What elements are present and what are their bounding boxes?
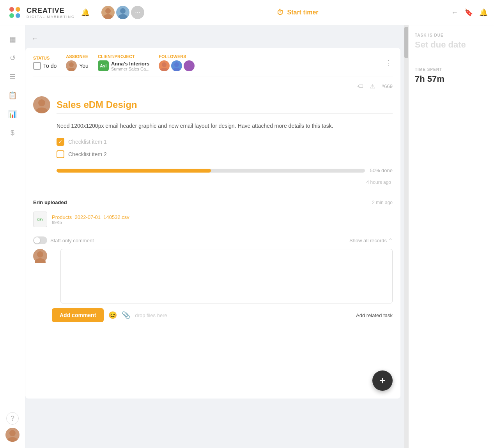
scrollbar-thumb[interactable] bbox=[404, 27, 408, 58]
bookmark-icon[interactable]: 🔖 bbox=[464, 8, 473, 17]
follower-avatar-1[interactable] bbox=[159, 60, 170, 71]
due-date-value[interactable]: Set due date bbox=[415, 40, 488, 50]
task-user-avatar bbox=[33, 96, 50, 113]
client-badge: AsI bbox=[98, 60, 109, 71]
sidebar-item-tasks[interactable]: 📋 bbox=[5, 88, 20, 103]
expand-icon: ⌃ bbox=[388, 238, 393, 243]
sidebar-item-analytics[interactable]: 📊 bbox=[5, 106, 20, 122]
client-field: Client/Project AsI Anna's Interiors Summ… bbox=[98, 54, 149, 71]
sidebar-item-boards[interactable]: ▦ bbox=[5, 32, 20, 47]
nav-avatar-more[interactable]: ··· bbox=[131, 6, 144, 19]
rs-divider bbox=[415, 61, 488, 61]
followers-avatars bbox=[159, 60, 195, 71]
progress-bar-fill bbox=[57, 169, 211, 173]
upload-section: Erin uploaded 2 min ago CSV Products_202… bbox=[33, 199, 393, 229]
nav-avatar-2[interactable] bbox=[116, 6, 129, 19]
followers-field: Followers bbox=[159, 54, 195, 71]
scrollbar[interactable] bbox=[404, 25, 408, 448]
nav-avatars: ··· bbox=[101, 6, 144, 19]
comment-arrow bbox=[52, 254, 56, 260]
emoji-button[interactable]: 😊 bbox=[108, 311, 117, 319]
checklist-checkbox-2[interactable] bbox=[57, 150, 64, 158]
follower-avatar-2[interactable] bbox=[171, 60, 182, 71]
file-item: CSV Products_2022-07-01_140532.csv 69Kb bbox=[33, 210, 393, 229]
app-subtitle: DIGITAL MARKETING bbox=[27, 15, 75, 19]
svg-point-15 bbox=[172, 68, 181, 71]
staff-only-toggle[interactable] bbox=[33, 236, 47, 244]
progress-label: 50% done bbox=[370, 168, 393, 173]
svg-point-20 bbox=[37, 251, 43, 258]
task-title: Sales eDM Design bbox=[57, 96, 393, 114]
client-name: Anna's Interiors bbox=[111, 61, 149, 67]
svg-point-9 bbox=[7, 437, 18, 442]
logo-icon bbox=[6, 4, 23, 21]
task-id: #669 bbox=[381, 83, 393, 89]
task-more-button[interactable]: ⋮ bbox=[385, 58, 393, 67]
checklist: ✓ Checklist item 1 Checklist item 2 bbox=[33, 138, 393, 158]
sidebar-user-avatar[interactable] bbox=[5, 428, 19, 442]
attach-button[interactable]: 📎 bbox=[122, 311, 130, 319]
svg-point-7 bbox=[118, 14, 127, 19]
main-content: ← Status To do Assignee bbox=[25, 25, 408, 448]
progress-section: 50% done bbox=[33, 168, 393, 173]
add-related-task-button[interactable]: Add related task bbox=[356, 312, 393, 318]
svg-point-11 bbox=[67, 68, 76, 71]
back-button[interactable]: ← bbox=[28, 32, 41, 45]
time-spent-value: 7h 57m bbox=[415, 74, 488, 84]
warning-icon[interactable]: ⚠ bbox=[370, 83, 375, 90]
sidebar-item-refresh[interactable]: ↺ bbox=[5, 50, 20, 66]
checklist-item-1: ✓ Checklist item 1 bbox=[57, 138, 393, 146]
nav-center: ⏱ Start timer bbox=[144, 9, 451, 17]
file-name[interactable]: Products_2022-07-01_140532.csv bbox=[52, 214, 129, 220]
follower-avatar-3[interactable] bbox=[184, 60, 195, 71]
assignee-avatar[interactable] bbox=[66, 60, 77, 71]
comment-actions: Add comment 😊 📎 drop files here Add rela… bbox=[33, 308, 393, 322]
activity-timestamp: 4 hours ago bbox=[33, 180, 393, 185]
nav-avatar-1[interactable] bbox=[101, 6, 115, 19]
timer-icon: ⏱ bbox=[277, 9, 284, 17]
checklist-label-1: Checklist item 1 bbox=[68, 139, 107, 145]
show-all-records-button[interactable]: Show all records ⌃ bbox=[349, 238, 393, 243]
staff-only-label: Staff-only comment bbox=[50, 238, 94, 243]
time-spent-section: TIME SPENT 7h 57m bbox=[415, 67, 488, 84]
fab-add-button[interactable]: + bbox=[372, 370, 393, 391]
due-date-label: TASK IS DUE bbox=[415, 33, 488, 37]
notification-bell-icon[interactable]: 🔔 bbox=[81, 8, 90, 17]
nav-bell-right-icon[interactable]: 🔔 bbox=[479, 8, 488, 17]
task-description: Need 1200x1200px email header graphic an… bbox=[33, 122, 393, 130]
arrow-left-icon[interactable]: ← bbox=[451, 9, 458, 17]
tag-icon[interactable]: 🏷 bbox=[357, 83, 363, 90]
sidebar-item-finance[interactable]: $ bbox=[5, 125, 20, 141]
app-title: CREATIVE bbox=[27, 7, 75, 15]
svg-point-12 bbox=[162, 62, 166, 67]
comment-controls: Staff-only comment Show all records ⌃ bbox=[33, 236, 393, 244]
svg-point-2 bbox=[9, 13, 14, 18]
svg-point-21 bbox=[35, 258, 46, 263]
comment-textarea[interactable] bbox=[60, 249, 393, 303]
sidebar-item-list[interactable]: ☰ bbox=[5, 69, 20, 85]
svg-point-13 bbox=[160, 68, 168, 71]
svg-point-4 bbox=[105, 8, 111, 14]
task-title-row: Sales eDM Design bbox=[33, 96, 393, 114]
checklist-label-2: Checklist item 2 bbox=[68, 151, 107, 157]
svg-point-18 bbox=[38, 99, 45, 106]
upload-user: Erin uploaded bbox=[33, 199, 67, 205]
svg-point-16 bbox=[187, 62, 191, 67]
checklist-checkbox-1[interactable]: ✓ bbox=[57, 138, 64, 146]
right-sidebar: TASK IS DUE Set due date TIME SPENT 7h 5… bbox=[408, 25, 494, 448]
top-nav: CREATIVE DIGITAL MARKETING 🔔 ··· ⏱ Start… bbox=[0, 0, 494, 25]
assignee-field: Assignee You bbox=[66, 54, 89, 71]
upload-time: 2 min ago bbox=[372, 200, 393, 205]
show-all-records-label: Show all records bbox=[349, 238, 387, 243]
sidebar-item-help[interactable]: ? bbox=[6, 412, 19, 425]
add-comment-button[interactable]: Add comment bbox=[52, 308, 104, 322]
start-timer-button[interactable]: ⏱ Start timer bbox=[277, 9, 318, 17]
file-info: Products_2022-07-01_140532.csv 69Kb bbox=[52, 214, 129, 225]
task-meta-row: 🏷 ⚠ #669 bbox=[33, 83, 393, 90]
start-timer-label: Start timer bbox=[287, 9, 318, 16]
checklist-item-2: Checklist item 2 bbox=[57, 150, 393, 158]
toggle-thumb bbox=[34, 237, 40, 243]
client-info: Anna's Interiors Summer Sales Ca... bbox=[111, 61, 149, 71]
progress-bar-track bbox=[57, 169, 365, 173]
status-checkbox[interactable] bbox=[33, 62, 41, 70]
